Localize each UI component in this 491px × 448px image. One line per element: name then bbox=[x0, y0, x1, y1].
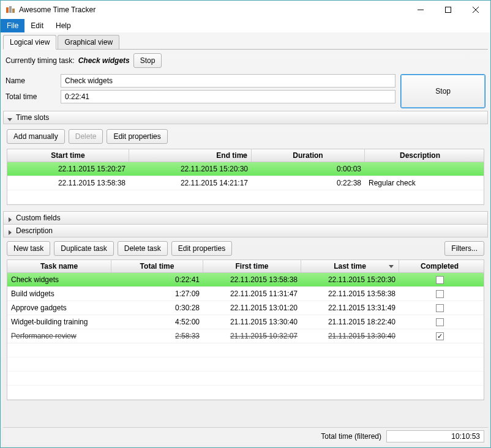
table-cell: 22.11.2015 11:31:47 bbox=[203, 288, 301, 299]
table-cell: 21.11.2015 10:32:07 bbox=[203, 330, 301, 342]
delete-slot-button[interactable]: Delete bbox=[69, 129, 103, 144]
col-total-time[interactable]: Total time bbox=[111, 260, 203, 272]
close-button[interactable] bbox=[462, 1, 489, 19]
window-title: Awesome Time Tracker bbox=[19, 6, 407, 14]
sort-desc-icon bbox=[389, 262, 394, 271]
tab-graphical-view[interactable]: Graphical view bbox=[58, 35, 119, 49]
table-row bbox=[7, 357, 484, 371]
table-row bbox=[7, 371, 484, 386]
chevron-right-icon bbox=[7, 228, 12, 233]
table-cell: 0:22:41 bbox=[111, 274, 203, 285]
expander-time-slots[interactable]: Time slots bbox=[3, 111, 488, 124]
edit-task-properties-button[interactable]: Edit properties bbox=[171, 241, 232, 256]
maximize-button[interactable] bbox=[434, 1, 462, 19]
delete-task-button[interactable]: Delete task bbox=[118, 241, 168, 256]
svg-marker-10 bbox=[9, 230, 12, 235]
tasks-table: Task name Total time First time Last tim… bbox=[7, 259, 484, 400]
svg-rect-0 bbox=[6, 7, 9, 13]
table-cell: 21.11.2015 13:30:40 bbox=[301, 330, 399, 342]
completed-cell bbox=[399, 317, 480, 327]
expander-time-slots-label: Time slots bbox=[16, 113, 49, 122]
table-row[interactable]: 22.11.2015 13:58:3822.11.2015 14:21:170:… bbox=[7, 176, 484, 190]
expander-custom-fields[interactable]: Custom fields bbox=[3, 211, 488, 225]
content-area: Logical view Graphical view Currently ti… bbox=[1, 32, 490, 447]
total-time-input[interactable] bbox=[61, 90, 395, 103]
table-row[interactable]: Build widgets1:27:0922.11.2015 11:31:472… bbox=[7, 287, 484, 301]
table-row bbox=[7, 343, 484, 357]
col-end-time[interactable]: End time bbox=[129, 149, 252, 162]
completed-cell bbox=[399, 275, 480, 285]
app-icon bbox=[6, 5, 15, 15]
completed-checkbox[interactable] bbox=[436, 318, 444, 326]
table-cell bbox=[365, 168, 475, 170]
table-cell: 0:22:38 bbox=[252, 177, 365, 189]
view-tabs: Logical view Graphical view bbox=[3, 35, 488, 50]
table-row[interactable]: Performance review2:58:3321.11.2015 10:3… bbox=[7, 329, 484, 343]
filters-button[interactable]: Filters... bbox=[444, 241, 484, 256]
expander-description[interactable]: Description bbox=[3, 225, 488, 237]
expander-description-label: Description bbox=[16, 226, 53, 235]
table-row[interactable]: 22.11.2015 15:20:2722.11.2015 15:20:300:… bbox=[7, 162, 484, 176]
new-task-button[interactable]: New task bbox=[7, 241, 50, 256]
menu-file[interactable]: File bbox=[1, 19, 24, 32]
completed-checkbox[interactable] bbox=[436, 304, 444, 312]
table-row[interactable]: Widget-building training4:52:0021.11.201… bbox=[7, 315, 484, 329]
timing-prefix: Currently timing task: bbox=[6, 56, 75, 65]
minimize-button[interactable] bbox=[407, 1, 434, 19]
stop-button-small[interactable]: Stop bbox=[133, 53, 162, 68]
table-cell: 22.11.2015 13:58:38 bbox=[301, 288, 399, 299]
svg-marker-8 bbox=[241, 154, 246, 157]
task-form: Name Total time Stop bbox=[3, 72, 488, 111]
name-label: Name bbox=[6, 77, 61, 85]
status-total-value: 10:10:53 bbox=[386, 430, 484, 442]
edit-slot-properties-button[interactable]: Edit properties bbox=[107, 129, 167, 144]
table-row[interactable]: Approve gadgets0:30:2822.11.2015 13:01:2… bbox=[7, 301, 484, 315]
table-cell: 1:27:09 bbox=[111, 288, 203, 299]
col-description[interactable]: Description bbox=[365, 149, 475, 162]
completed-checkbox[interactable] bbox=[436, 332, 444, 340]
table-cell: 22.11.2015 13:58:38 bbox=[7, 177, 129, 189]
add-manually-button[interactable]: Add manually bbox=[7, 129, 65, 144]
col-task-name[interactable]: Task name bbox=[7, 260, 111, 272]
completed-checkbox[interactable] bbox=[436, 290, 444, 298]
stop-button-large[interactable]: Stop bbox=[400, 74, 485, 108]
col-start-time[interactable]: Start time bbox=[7, 149, 129, 162]
svg-rect-4 bbox=[445, 7, 451, 13]
table-cell: Widget-building training bbox=[7, 316, 111, 327]
status-label: Total time (filtered) bbox=[321, 432, 381, 441]
table-cell: Regular check bbox=[365, 177, 475, 189]
chevron-down-icon bbox=[7, 115, 12, 120]
table-cell: 22.11.2015 13:58:38 bbox=[203, 274, 301, 285]
svg-rect-2 bbox=[12, 9, 15, 13]
svg-marker-11 bbox=[389, 265, 394, 268]
duplicate-task-button[interactable]: Duplicate task bbox=[54, 241, 113, 256]
col-last-time[interactable]: Last time bbox=[301, 260, 399, 272]
svg-rect-1 bbox=[9, 6, 12, 13]
timing-status: Currently timing task: Check widgets Sto… bbox=[3, 50, 488, 72]
menu-help[interactable]: Help bbox=[50, 19, 77, 32]
table-cell: 22.11.2015 15:20:30 bbox=[129, 163, 252, 174]
table-row bbox=[7, 386, 484, 400]
svg-marker-7 bbox=[7, 118, 12, 121]
col-first-time[interactable]: First time bbox=[203, 260, 301, 272]
table-cell: Performance review bbox=[7, 330, 111, 342]
col-completed[interactable]: Completed bbox=[399, 260, 480, 272]
tasks-table-header: Task name Total time First time Last tim… bbox=[7, 260, 484, 273]
completed-cell bbox=[399, 303, 480, 313]
sort-desc-icon bbox=[241, 151, 246, 160]
timing-task-name: Check widgets bbox=[78, 56, 130, 65]
col-duration[interactable]: Duration bbox=[252, 149, 365, 162]
table-cell: 21.11.2015 13:30:40 bbox=[203, 316, 301, 327]
tasks-toolbar: New task Duplicate task Delete task Edit… bbox=[3, 237, 488, 259]
table-row[interactable]: Check widgets0:22:4122.11.2015 13:58:382… bbox=[7, 273, 484, 287]
completed-checkbox[interactable] bbox=[436, 276, 444, 284]
tab-logical-view[interactable]: Logical view bbox=[3, 35, 56, 50]
total-time-label: Total time bbox=[6, 92, 61, 101]
table-cell: 22.11.2015 13:31:49 bbox=[301, 302, 399, 313]
titlebar: Awesome Time Tracker bbox=[1, 1, 490, 19]
chevron-right-icon bbox=[7, 215, 12, 220]
name-input[interactable] bbox=[61, 74, 395, 88]
menubar: File Edit Help bbox=[1, 19, 490, 32]
menu-edit[interactable]: Edit bbox=[24, 19, 50, 32]
slots-table-header: Start time End time Duration Description bbox=[7, 149, 484, 162]
